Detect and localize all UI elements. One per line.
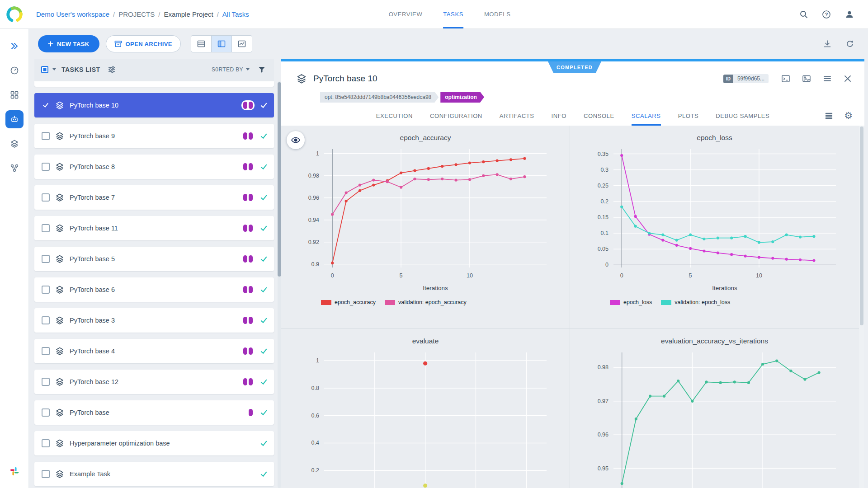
menu-icon[interactable] xyxy=(823,74,832,83)
task-type-icon xyxy=(55,316,64,325)
split-view-button[interactable] xyxy=(211,35,232,52)
applications-icon[interactable] xyxy=(5,110,24,128)
task-checkbox[interactable] xyxy=(42,255,50,263)
chart-epoch-accuracy[interactable]: epoch_accuracy 0.90.920.940.960.9810510I… xyxy=(281,126,570,329)
new-task-button[interactable]: NEW TASK xyxy=(38,35,99,52)
chart-epoch-loss[interactable]: epoch_loss 00.050.10.150.20.250.30.35051… xyxy=(570,126,859,329)
task-row[interactable]: PyTorch base 9 xyxy=(34,124,274,148)
chart-evaluate[interactable]: evaluate 0.20.40.60.81 xyxy=(281,329,570,488)
hide-metrics-eye-button[interactable] xyxy=(287,131,305,149)
task-type-icon xyxy=(55,193,64,202)
task-checkbox[interactable] xyxy=(42,470,50,478)
task-row[interactable]: PyTorch base 7 xyxy=(34,185,274,210)
slack-community-icon[interactable] xyxy=(9,466,19,478)
sorted-by-dropdown[interactable]: S0RTED BY xyxy=(212,66,250,73)
chart-title: evaluate xyxy=(281,337,570,345)
detail-tab-artifacts[interactable]: ARTIFACTS xyxy=(500,106,534,126)
legend-item[interactable]: epoch_accuracy xyxy=(321,299,376,305)
task-row[interactable]: PyTorch base 3 xyxy=(34,308,274,333)
open-archive-button[interactable]: OPEN ARCHIVE xyxy=(106,35,181,52)
tag-optimization[interactable]: optimization xyxy=(440,92,484,103)
tag-pill xyxy=(249,225,253,232)
task-checkbox[interactable] xyxy=(42,286,50,294)
pipelines-icon[interactable] xyxy=(5,159,24,177)
projects-icon[interactable] xyxy=(5,86,24,104)
tasks-scrollbar[interactable] xyxy=(278,81,281,488)
detail-tab-execution[interactable]: EXECUTION xyxy=(376,106,413,126)
detail-scrollbar-thumb[interactable] xyxy=(860,127,863,325)
settings-gear-icon[interactable]: ⚙ xyxy=(844,111,853,120)
detail-scrollbar[interactable] xyxy=(859,126,864,488)
task-row[interactable]: PyTorch base 8 xyxy=(34,155,274,179)
task-checkbox[interactable] xyxy=(42,163,50,171)
metrics-table-icon[interactable] xyxy=(825,112,833,120)
svg-text:0: 0 xyxy=(605,262,609,268)
task-row[interactable]: PyTorch base 10 xyxy=(34,93,274,117)
close-icon[interactable] xyxy=(844,75,852,83)
legend-label: validation: epoch_loss xyxy=(675,299,730,305)
tasks-scrollbar-thumb[interactable] xyxy=(278,82,281,277)
task-row[interactable]: PyTorch base 5 xyxy=(34,247,274,271)
svg-text:?: ? xyxy=(825,12,828,17)
topnav-tab-models[interactable]: MODELS xyxy=(484,0,511,28)
detail-tab-scalars[interactable]: SCALARS xyxy=(632,106,661,126)
legend-swatch xyxy=(610,300,620,305)
debug-image-icon[interactable] xyxy=(802,74,811,83)
help-icon[interactable]: ? xyxy=(822,10,831,19)
task-checkbox[interactable] xyxy=(42,224,50,232)
topnav-tab-tasks[interactable]: TASKS xyxy=(443,0,463,28)
chart-evaluation-accuracy-vs-iterations[interactable]: evaluation_accuracy_vs_iterations 0.950.… xyxy=(570,329,859,488)
task-row[interactable]: PyTorch base 6 xyxy=(34,277,274,302)
detail-tab-plots[interactable]: PLOTS xyxy=(678,106,699,126)
task-checkbox[interactable] xyxy=(42,132,50,140)
svg-text:0.2: 0.2 xyxy=(600,198,608,205)
breadcrumb-item[interactable]: All Tasks xyxy=(222,10,249,18)
filter-icon[interactable] xyxy=(258,66,266,74)
svg-text:0.4: 0.4 xyxy=(311,440,319,446)
task-status-check-icon xyxy=(260,347,268,355)
task-checkbox[interactable] xyxy=(42,378,50,386)
select-all-checkbox[interactable] xyxy=(41,66,49,74)
task-row[interactable]: PyTorch base 11 xyxy=(34,216,274,240)
task-row[interactable]: PyTorch base 4 xyxy=(34,339,274,363)
task-checkbox[interactable] xyxy=(42,101,50,109)
legend-item[interactable]: epoch_loss xyxy=(610,299,652,305)
user-avatar[interactable] xyxy=(844,9,854,19)
task-checkbox[interactable] xyxy=(42,408,50,417)
task-row[interactable]: Hyperparameter optimization base xyxy=(34,431,274,455)
tag-opt-hash[interactable]: opt: 85e5482ddd7149b8ba0446356eedca98 xyxy=(320,92,439,103)
output-console-icon[interactable] xyxy=(781,74,790,83)
customize-view-icon[interactable] xyxy=(108,66,116,74)
detail-tab-debug-samples[interactable]: DEBUG SAMPLES xyxy=(716,106,769,126)
expand-sidebar-icon[interactable] xyxy=(5,37,24,55)
svg-text:0.15: 0.15 xyxy=(597,214,608,221)
table-view-button[interactable] xyxy=(191,35,212,52)
task-checkbox[interactable] xyxy=(42,439,50,447)
task-checkbox[interactable] xyxy=(42,347,50,355)
clearml-logo-icon xyxy=(5,5,24,24)
detail-tab-configuration[interactable]: CONFIGURATION xyxy=(430,106,482,126)
task-id-value[interactable]: 59f99d65... xyxy=(733,74,769,83)
auto-refresh-icon[interactable] xyxy=(845,39,854,48)
task-row[interactable]: Example Task xyxy=(34,462,274,486)
chart-view-button[interactable] xyxy=(231,35,252,52)
download-icon[interactable] xyxy=(823,39,832,48)
dashboard-icon[interactable] xyxy=(5,61,24,80)
detail-tab-info[interactable]: INFO xyxy=(552,106,566,126)
legend-item[interactable]: validation: epoch_loss xyxy=(661,299,730,305)
search-icon[interactable] xyxy=(799,10,808,19)
task-type-icon xyxy=(55,408,64,417)
legend-item[interactable]: validation: epoch_accuracy xyxy=(385,299,467,305)
datasets-icon[interactable] xyxy=(5,135,24,153)
breadcrumb-item[interactable]: Demo User's workspace xyxy=(36,10,109,18)
task-checkbox[interactable] xyxy=(42,316,50,324)
task-row[interactable]: PyTorch base xyxy=(34,400,274,425)
task-checkbox[interactable] xyxy=(42,193,50,202)
task-row[interactable]: PyTorch base 12 xyxy=(34,370,274,394)
detail-tab-console[interactable]: CONSOLE xyxy=(584,106,614,126)
chart-plot-area: 0.950.960.970.98 xyxy=(580,347,849,488)
select-mode-caret-icon[interactable] xyxy=(52,68,56,70)
clearml-logo[interactable] xyxy=(0,5,29,24)
topnav-tab-overview[interactable]: OVERVIEW xyxy=(389,0,423,28)
tag-pill xyxy=(249,286,253,293)
